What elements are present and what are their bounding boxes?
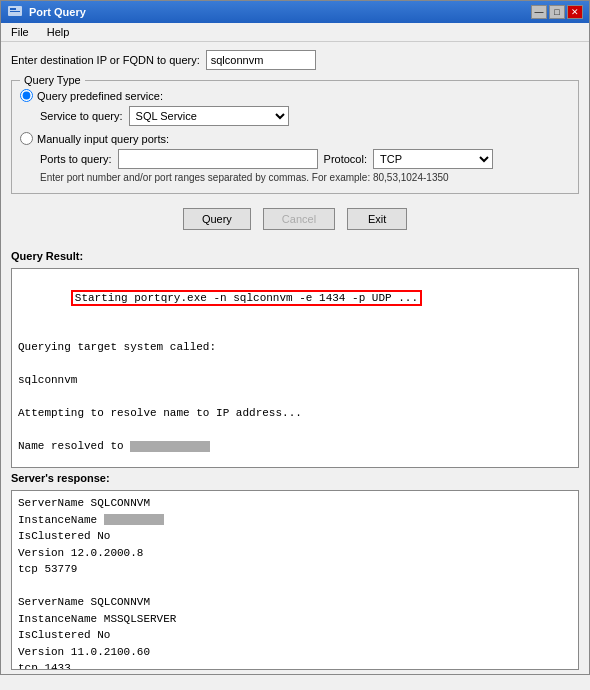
predefined-radio[interactable] <box>20 89 33 102</box>
exit-button[interactable]: Exit <box>347 208 407 230</box>
ip-redacted <box>130 441 210 452</box>
server-response-label: Server's response: <box>11 472 579 484</box>
predefined-label: Query predefined service: <box>37 90 163 102</box>
srv-line-10: tcp 1433 <box>18 660 572 670</box>
srv-line-1: InstanceName <box>18 512 572 529</box>
button-row: Query Cancel Exit <box>11 208 579 230</box>
srv-line-9: Version 11.0.2100.60 <box>18 644 572 661</box>
result-line-3 <box>18 356 572 373</box>
title-bar-left: Port Query <box>7 3 86 21</box>
result-line-8: Name resolved to <box>18 438 572 455</box>
instance-redacted-1 <box>104 514 164 525</box>
ports-hint: Enter port number and/or port ranges sep… <box>40 171 570 185</box>
srv-line-5 <box>18 578 572 595</box>
result-line-1 <box>18 323 572 340</box>
query-type-label: Query Type <box>20 74 85 86</box>
menu-bar: File Help <box>1 23 589 42</box>
manual-radio[interactable] <box>20 132 33 145</box>
manual-radio-row: Manually input query ports: <box>20 132 570 145</box>
destination-label: Enter destination IP or FQDN to query: <box>11 54 200 66</box>
starting-command-highlight: Starting portqry.exe -n sqlconnvm -e 143… <box>71 290 422 306</box>
manual-label: Manually input query ports: <box>37 133 169 145</box>
result-line-9 <box>18 455 572 469</box>
srv-line-7: InstanceName MSSQLSERVER <box>18 611 572 628</box>
service-row: Service to query: SQL Service DNS FTP HT… <box>40 106 570 126</box>
srv-line-8: IsClustered No <box>18 627 572 644</box>
result-line-7 <box>18 422 572 439</box>
ports-input[interactable] <box>118 149 318 169</box>
title-controls: — □ ✕ <box>531 5 583 19</box>
protocol-row: Protocol: TCP UDP Both <box>324 149 493 169</box>
server-response-box[interactable]: ServerName SQLCONNVM InstanceName IsClus… <box>11 490 579 670</box>
svg-rect-1 <box>10 8 16 10</box>
result-line-6: Attempting to resolve name to IP address… <box>18 405 572 422</box>
destination-row: Enter destination IP or FQDN to query: <box>11 50 579 70</box>
srv-line-3: Version 12.0.2000.8 <box>18 545 572 562</box>
query-button[interactable]: Query <box>183 208 251 230</box>
result-line-0: Starting portqry.exe -n sqlconnvm -e 143… <box>18 273 572 323</box>
minimize-button[interactable]: — <box>531 5 547 19</box>
title-bar: Port Query — □ ✕ <box>1 1 589 23</box>
results-area: Query Result: Starting portqry.exe -n sq… <box>1 242 589 674</box>
result-line-4: sqlconnvm <box>18 372 572 389</box>
menu-file[interactable]: File <box>7 25 33 39</box>
srv-line-4: tcp 53779 <box>18 561 572 578</box>
window-title: Port Query <box>29 6 86 18</box>
destination-input[interactable] <box>206 50 316 70</box>
result-line-5 <box>18 389 572 406</box>
ports-label: Ports to query: <box>40 153 112 165</box>
app-icon <box>7 3 23 21</box>
maximize-button[interactable]: □ <box>549 5 565 19</box>
query-result-box[interactable]: Starting portqry.exe -n sqlconnvm -e 143… <box>11 268 579 468</box>
menu-help[interactable]: Help <box>43 25 74 39</box>
query-result-label: Query Result: <box>11 250 579 262</box>
query-type-group: Query Type Query predefined service: Ser… <box>11 80 579 194</box>
form-area: Enter destination IP or FQDN to query: Q… <box>1 42 589 242</box>
main-window: Port Query — □ ✕ File Help Enter destina… <box>0 0 590 675</box>
service-select[interactable]: SQL Service DNS FTP HTTP <box>129 106 289 126</box>
srv-line-0: ServerName SQLCONNVM <box>18 495 572 512</box>
srv-line-6: ServerName SQLCONNVM <box>18 594 572 611</box>
srv-line-2: IsClustered No <box>18 528 572 545</box>
cancel-button[interactable]: Cancel <box>263 208 335 230</box>
ports-row: Ports to query: Protocol: TCP UDP Both <box>40 149 570 169</box>
predefined-radio-row: Query predefined service: <box>20 89 570 102</box>
svg-rect-2 <box>10 11 20 12</box>
result-line-2: Querying target system called: <box>18 339 572 356</box>
protocol-label: Protocol: <box>324 153 367 165</box>
service-label: Service to query: <box>40 110 123 122</box>
close-button[interactable]: ✕ <box>567 5 583 19</box>
protocol-select[interactable]: TCP UDP Both <box>373 149 493 169</box>
